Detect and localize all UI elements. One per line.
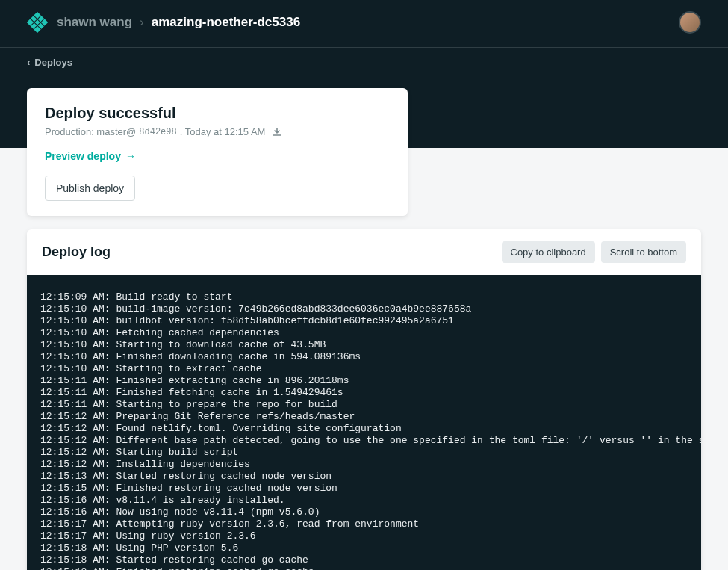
deploy-summary-card: Deploy successful Production: master@8d4… xyxy=(27,88,408,216)
deploy-meta-suffix: . Today at 12:15 AM xyxy=(180,126,266,137)
chevron-left-icon: ‹ xyxy=(27,57,30,68)
log-title: Deploy log xyxy=(42,244,111,260)
arrow-right-icon: → xyxy=(125,150,136,162)
commit-hash[interactable]: 8d42e98 xyxy=(139,127,176,137)
header-left: shawn wang › amazing-noether-dc5336 xyxy=(27,12,300,33)
copy-to-clipboard-button[interactable]: Copy to clipboard xyxy=(502,241,595,263)
back-link[interactable]: ‹ Deploys xyxy=(0,48,728,77)
svg-rect-0 xyxy=(27,12,48,33)
preview-deploy-label: Preview deploy xyxy=(45,150,121,162)
publish-deploy-button[interactable]: Publish deploy xyxy=(45,176,135,201)
preview-deploy-link[interactable]: Preview deploy → xyxy=(45,150,136,162)
download-icon[interactable] xyxy=(273,128,281,137)
avatar[interactable] xyxy=(679,11,701,34)
header: shawn wang › amazing-noether-dc5336 xyxy=(0,0,728,48)
breadcrumb-owner[interactable]: shawn wang xyxy=(57,15,132,30)
log-output[interactable]: 12:15:09 AM: Build ready to start 12:15:… xyxy=(27,275,701,570)
breadcrumb-site[interactable]: amazing-noether-dc5336 xyxy=(152,15,300,30)
breadcrumb: shawn wang › amazing-noether-dc5336 xyxy=(57,15,300,30)
deploy-meta-prefix: Production: master@ xyxy=(45,126,136,137)
deploy-log-card: Deploy log Copy to clipboard Scroll to b… xyxy=(27,229,701,570)
log-header: Deploy log Copy to clipboard Scroll to b… xyxy=(27,229,701,275)
back-link-label: Deploys xyxy=(34,57,72,68)
log-actions: Copy to clipboard Scroll to bottom xyxy=(502,241,687,263)
scroll-to-bottom-button[interactable]: Scroll to bottom xyxy=(601,241,686,263)
logo-icon[interactable] xyxy=(27,12,48,33)
deploy-meta: Production: master@8d42e98. Today at 12:… xyxy=(45,126,390,137)
deploy-status-title: Deploy successful xyxy=(45,105,390,122)
chevron-right-icon: › xyxy=(140,15,144,30)
